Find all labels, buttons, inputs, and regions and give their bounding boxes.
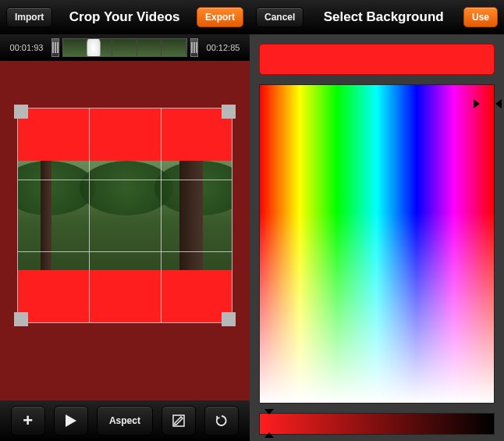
video-frame [17, 161, 232, 270]
aspect-button[interactable]: Aspect [97, 406, 153, 436]
background-panel: Cancel Select Background Use [250, 0, 504, 441]
crop-title: Crop Your Videos [57, 9, 192, 25]
timeline-thumbnails[interactable] [62, 38, 187, 57]
selected-color-swatch [259, 44, 495, 75]
background-topbar: Cancel Select Background Use [250, 0, 504, 34]
timeline: 00:01:93 00:12:85 [0, 34, 250, 61]
playhead-scrubber[interactable] [87, 38, 101, 57]
picker-body [250, 34, 504, 441]
spectrum-cursor[interactable] [480, 94, 495, 110]
crop-topbar: Import Crop Your Videos Export [0, 0, 250, 34]
bottom-toolbar: + Aspect [0, 400, 250, 441]
cancel-button[interactable]: Cancel [256, 7, 303, 27]
brightness-slider[interactable] [259, 413, 495, 435]
rotate-icon [215, 414, 229, 428]
time-end-label: 00:12:85 [201, 43, 245, 52]
play-icon [66, 414, 76, 427]
add-button[interactable]: + [11, 406, 45, 436]
play-button[interactable] [54, 406, 88, 436]
reset-button[interactable] [204, 406, 239, 436]
crop-handle-tl[interactable] [14, 105, 28, 119]
crop-handle-br[interactable] [222, 312, 236, 326]
trim-start-handle[interactable] [51, 38, 59, 57]
crop-handle-bl[interactable] [14, 312, 28, 326]
crop-canvas[interactable] [17, 108, 232, 323]
plus-icon: + [23, 411, 33, 431]
background-title: Select Background [308, 9, 459, 25]
import-button[interactable]: Import [6, 7, 52, 27]
crop-handle-tr[interactable] [222, 105, 236, 119]
edit-icon [172, 414, 186, 428]
time-start-label: 00:01:93 [5, 43, 48, 52]
trim-end-handle[interactable] [190, 38, 198, 57]
export-button[interactable]: Export [197, 7, 243, 27]
edit-button[interactable] [161, 406, 196, 436]
crop-panel: Import Crop Your Videos Export 00:01:93 … [0, 0, 250, 441]
use-button[interactable]: Use [463, 7, 498, 27]
color-spectrum-picker[interactable] [259, 84, 495, 404]
